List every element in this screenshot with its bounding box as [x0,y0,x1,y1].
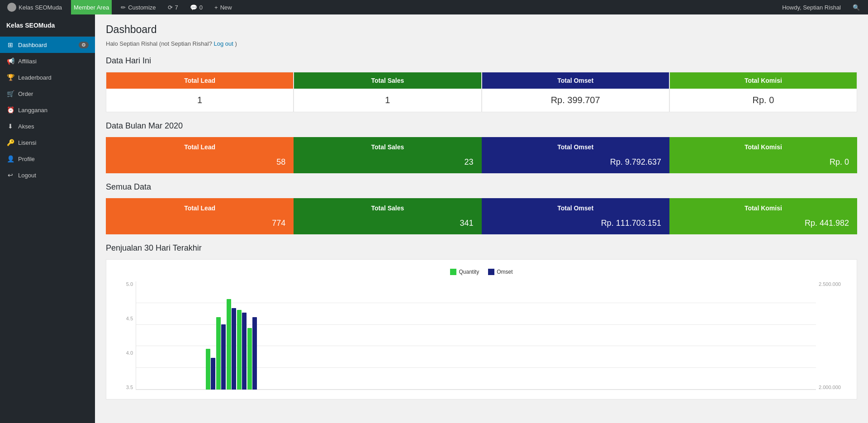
today-lead-header: Total Lead [106,72,293,89]
sidebar-item-leaderboard[interactable]: 🏆 Leaderboard [0,69,95,86]
member-area-label: Member Area [74,4,109,11]
wp-logo-icon [7,3,16,12]
sidebar-item-akses[interactable]: ⬇ Akses [0,118,95,134]
all-sales-label: Total Sales [302,204,473,212]
sidebar-brand: Kelas SEOMuda [0,14,95,37]
new-label: New [220,4,232,11]
comments-button[interactable]: 💬 0 [187,0,205,14]
admin-bar: Kelas SEOMuda Member Area ✏ Customize ⟳ … [0,0,868,14]
monthly-card-sales: Total Sales 23 [294,137,481,173]
today-card-lead: Total Lead 1 [106,72,294,112]
welcome-name: Halo Septian Rishal [106,40,157,47]
sidebar-label-affiliasi: Affiliasi [18,58,37,65]
sidebar-label-order: Order [18,90,33,97]
today-komisi-value: Rp. 0 [670,89,857,112]
omset-bar [211,358,215,390]
dashboard-icon: ⊞ [6,41,14,48]
all-sales-value: 341 [302,219,473,228]
monthly-omset-value: Rp. 9.792.637 [490,157,661,167]
omset-bar [242,313,247,390]
bar-group [227,299,236,390]
sidebar-item-affiliasi[interactable]: 📢 Affiliasi [0,53,95,69]
sidebar-label-langganan: Langganan [18,107,47,114]
chart-y-left: 5.0 4.5 4.0 3.5 [115,281,136,390]
today-stats-grid: Total Lead 1 Total Sales 1 Total Omset R… [106,72,857,112]
sidebar-item-order[interactable]: 🛒 Order [0,86,95,102]
logout-icon: ↩ [6,171,14,179]
pencil-icon: ✏ [121,4,126,11]
chart-container: Quantity Omset 5.0 4.5 4.0 3.5 2.500.000… [106,259,857,399]
sidebar-label-dashboard: Dashboard [18,42,47,48]
all-komisi-value: Rp. 441.982 [678,219,849,228]
today-omset-value: Rp. 399.707 [482,89,669,112]
sidebar-label-leaderboard: Leaderboard [18,74,52,81]
sidebar-label-profile: Profile [18,156,35,162]
updates-icon: ⟳ [168,4,173,11]
order-icon: 🛒 [6,90,14,97]
new-button[interactable]: + New [212,0,235,14]
all-card-sales: Total Sales 341 [294,198,481,234]
y-label-40: 4.0 [126,350,133,356]
langganan-icon: ⏰ [6,106,14,114]
wp-logo-item[interactable]: Kelas SEOMuda [5,0,65,14]
monthly-sales-value: 23 [302,157,473,167]
howdy-text: Howdy, Septian Rishal [778,4,844,11]
bar-group [247,317,257,390]
all-omset-value: Rp. 111.703.151 [490,219,661,228]
logout-link[interactable]: Log out [214,40,233,47]
sidebar-item-profile[interactable]: 👤 Profile [0,151,95,167]
omset-bar [252,317,257,390]
all-lead-value: 774 [114,219,285,228]
sidebar: Kelas SEOMuda ⊞ Dashboard ⚙ 📢 Affiliasi … [0,14,95,423]
bar-group [237,310,247,390]
today-sales-header: Total Sales [294,72,481,89]
monthly-sales-label: Total Sales [302,143,473,151]
monthly-komisi-label: Total Komisi [678,143,849,151]
customize-button[interactable]: ✏ Customize [118,0,158,14]
legend-omset-label: Omset [497,269,512,275]
comments-icon: 💬 [190,4,197,11]
today-section-title: Data Hari Ini [106,56,857,66]
close-paren: ) [235,40,237,47]
monthly-card-komisi: Total Komisi Rp. 0 [669,137,857,173]
sidebar-item-logout[interactable]: ↩ Logout [0,167,95,183]
profile-icon: 👤 [6,155,14,162]
leaderboard-icon: 🏆 [6,74,14,81]
legend-quantity-label: Quantity [459,269,479,275]
monthly-omset-label: Total Omset [490,143,661,151]
dashboard-badge: ⚙ [79,42,89,48]
y-right-label-2500: 2.500.000 [819,281,841,287]
legend-navy-dot [488,269,494,275]
search-icon[interactable]: 🔍 [849,4,863,11]
sidebar-label-lisensi: Lisensi [18,139,36,146]
today-komisi-header: Total Komisi [670,72,857,89]
qty-bar [216,317,221,390]
today-card-omset: Total Omset Rp. 399.707 [482,72,669,112]
sidebar-item-lisensi[interactable]: 🔑 Lisensi [0,134,95,151]
all-lead-label: Total Lead [114,204,285,212]
chart-area: 5.0 4.5 4.0 3.5 2.500.000 2.000.000 [115,281,848,390]
lisensi-icon: 🔑 [6,139,14,146]
qty-bar [247,328,252,390]
not-text: (not Septian Rishal? [159,40,214,47]
sidebar-item-dashboard[interactable]: ⊞ Dashboard ⚙ [0,37,95,53]
site-name-label: Kelas SEOMuda [19,4,62,11]
all-card-lead: Total Lead 774 [106,198,294,234]
comments-count: 0 [199,4,203,11]
legend-quantity: Quantity [450,269,479,275]
akses-icon: ⬇ [6,123,14,130]
member-area-button[interactable]: Member Area [71,0,112,14]
sidebar-item-langganan[interactable]: ⏰ Langganan [0,102,95,118]
all-stats-grid: Total Lead 774 Total Sales 341 Total Oms… [106,198,857,234]
customize-label: Customize [128,4,156,11]
all-card-komisi: Total Komisi Rp. 441.982 [669,198,857,234]
all-section-title: Semua Data [106,182,857,192]
monthly-lead-value: 58 [114,157,285,167]
omset-bar [221,324,226,390]
all-omset-label: Total Omset [490,204,661,212]
y-label-50: 5.0 [126,281,133,287]
legend-green-dot [450,269,456,275]
updates-button[interactable]: ⟳ 7 [165,0,181,14]
monthly-komisi-value: Rp. 0 [678,157,849,167]
main-content: Dashboard Halo Septian Rishal (not Septi… [95,14,868,423]
